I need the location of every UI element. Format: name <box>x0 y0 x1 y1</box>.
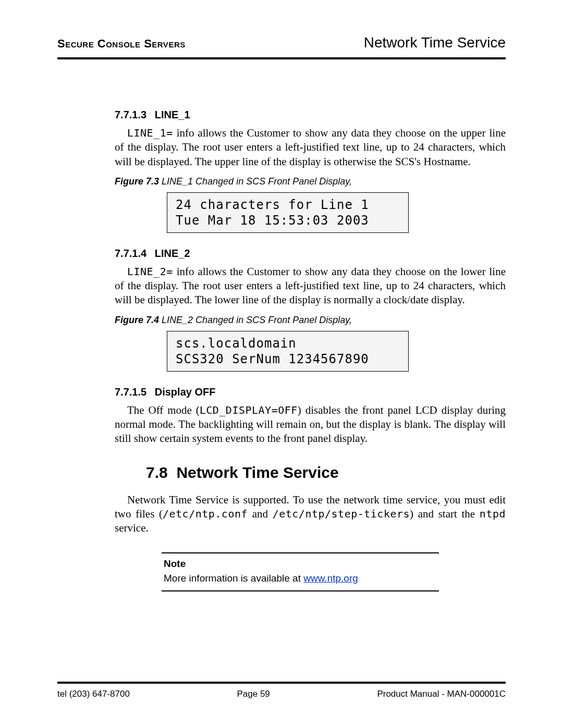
code-step-tickers: /etc/ntp/step-tickers <box>273 508 410 520</box>
figure-7-4-text: LINE_2 Changed in SCS Front Panel Displa… <box>159 315 352 325</box>
para-nts-post1: ) and start the <box>410 508 480 520</box>
heading-nts-title: Network Time Service <box>176 464 338 481</box>
page-footer: tel (203) 647-8700 Page 59 Product Manua… <box>57 682 506 699</box>
page-header: Secure Console Servers Network Time Serv… <box>57 34 506 55</box>
header-right: Network Time Service <box>364 34 506 51</box>
lcd-figure-7-4: scs.localdomain SCS320 SerNum 1234567890 <box>167 331 409 372</box>
page: Secure Console Servers Network Time Serv… <box>0 0 563 728</box>
para-line-2: LINE_2= info allows the Customer to show… <box>115 265 506 307</box>
para-nts-post2: service. <box>115 522 149 534</box>
para-display-off: The Off mode (LCD_DISPLAY=OFF) disables … <box>115 403 506 446</box>
lcd-figure-7-3: 24 characters for Line 1 Tue Mar 18 15:5… <box>167 192 409 233</box>
content: 7.7.1.3 LINE_1 LINE_1= info allows the C… <box>115 59 506 591</box>
para-display-off-pre: The Off mode ( <box>127 404 200 416</box>
lcd-7-4-line-1: scs.localdomain <box>176 336 297 351</box>
para-nts-mid: and <box>248 508 273 520</box>
note-label: Note <box>164 557 437 572</box>
para-line-1: LINE_1= info allows the Customer to show… <box>115 126 506 169</box>
note-link[interactable]: www.ntp.org <box>303 573 358 584</box>
figure-7-4-label: Figure 7.4 <box>115 315 159 325</box>
code-line-1-key: LINE_1= <box>127 127 173 139</box>
footer-rule <box>57 682 506 684</box>
para-nts: Network Time Service is supported. To us… <box>115 493 506 536</box>
heading-title: LINE_2 <box>155 248 190 259</box>
heading-nts-num: 7.8 <box>146 464 168 481</box>
footer-row: tel (203) 647-8700 Page 59 Product Manua… <box>57 689 506 699</box>
code-lcd-display-off: LCD_DISPLAY=OFF <box>200 404 298 416</box>
code-line-2-key: LINE_2= <box>127 265 173 278</box>
heading-line-2: 7.7.1.4 LINE_2 <box>115 248 506 260</box>
heading-title: Display OFF <box>155 386 216 398</box>
footer-right: Product Manual - MAN-000001C <box>377 689 506 699</box>
heading-num: 7.7.1.3 <box>115 109 146 120</box>
heading-num: 7.7.1.4 <box>115 248 146 259</box>
figure-7-3-text: LINE_1 Changed in SCS Front Panel Displa… <box>159 176 352 187</box>
figure-7-4-caption: Figure 7.4 LINE_2 Changed in SCS Front P… <box>115 315 506 326</box>
lcd-7-3-line-1: 24 characters for Line 1 <box>176 198 369 212</box>
lcd-7-3-line-2: Tue Mar 18 15:53:03 2003 <box>176 213 369 228</box>
heading-display-off: 7.7.1.5 Display OFF <box>115 386 506 398</box>
lcd-7-4-line-2: SCS320 SerNum 1234567890 <box>176 352 369 366</box>
code-ntpd: ntpd <box>480 508 506 520</box>
note-body: More information is available at www.ntp… <box>164 571 437 586</box>
figure-7-3-caption: Figure 7.3 LINE_1 Changed in SCS Front P… <box>115 176 506 187</box>
para-line-2-body: info allows the Customer to show any dat… <box>115 265 506 306</box>
para-line-1-body: info allows the Customer to show any dat… <box>115 127 506 168</box>
code-ntp-conf: /etc/ntp.conf <box>163 508 248 520</box>
heading-nts: 7.8 Network Time Service <box>115 464 506 482</box>
heading-num: 7.7.1.5 <box>115 386 146 398</box>
note-box: Note More information is available at ww… <box>162 552 439 591</box>
footer-center: Page 59 <box>237 689 270 699</box>
heading-title: LINE_1 <box>155 109 190 120</box>
footer-left: tel (203) 647-8700 <box>57 689 130 699</box>
heading-line-1: 7.7.1.3 LINE_1 <box>115 109 506 121</box>
note-text: More information is available at <box>164 573 303 584</box>
figure-7-3-label: Figure 7.3 <box>115 176 159 187</box>
header-left: Secure Console Servers <box>57 37 186 51</box>
